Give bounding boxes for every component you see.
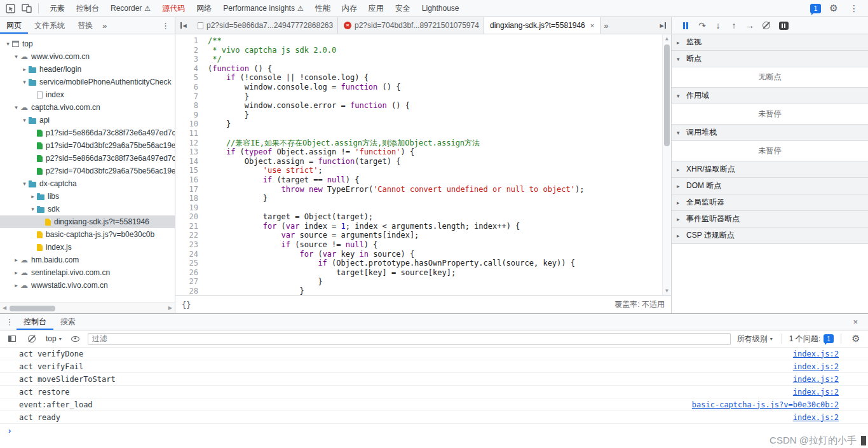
- console-source-link[interactable]: basic-captcha-js.js?v=b0e30c0b:2: [692, 400, 839, 409]
- scroll-up-arrow[interactable]: ▲: [665, 36, 668, 41]
- code-line[interactable]: Object.assign = function(target) {: [208, 157, 671, 166]
- line-number[interactable]: 4: [175, 64, 205, 74]
- file-tab-0[interactable]: p2?sid=5e866da7...24947772868263: [192, 17, 338, 34]
- code-line[interactable]: window.console.log = function () {: [208, 83, 671, 92]
- console-settings-gear-icon[interactable]: ⚙: [848, 331, 864, 346]
- tree-expander-icon[interactable]: ▸: [29, 193, 37, 200]
- top-tab-memory[interactable]: 内存: [336, 0, 363, 17]
- debugger-section-breakpoints[interactable]: ▾断点: [672, 51, 868, 67]
- line-number[interactable]: 23: [175, 240, 205, 250]
- line-number[interactable]: 26: [175, 268, 205, 278]
- file-tab-2[interactable]: dingxiang-sdk.js?t=5581946×: [484, 17, 600, 34]
- navigator-tab-page[interactable]: 网页: [0, 17, 28, 34]
- code-line[interactable]: * vivo captcha js sdk 2.0.0: [208, 46, 671, 55]
- top-tab-security[interactable]: 安全: [390, 0, 416, 17]
- code-line[interactable]: //兼容IE,如果不存在Object.assign方法,则添加Object.as…: [208, 139, 671, 148]
- more-file-tabs-icon[interactable]: »: [600, 21, 611, 31]
- line-number[interactable]: 19: [175, 203, 205, 213]
- console-source-link[interactable]: index.js:2: [793, 388, 839, 397]
- tree-item[interactable]: ▾api: [0, 114, 175, 126]
- console-source-link[interactable]: index.js:2: [793, 350, 839, 358]
- tree-item[interactable]: ▾service/mobilePhoneAuthenticityCheck: [0, 76, 175, 88]
- file-tab-1[interactable]: ×p2?sid=704bd3bf...89721501075974: [338, 17, 484, 34]
- scroll-down-arrow[interactable]: ▼: [665, 288, 668, 294]
- debugger-section-event-listener-breakpoints[interactable]: ▸事件监听器断点: [672, 211, 868, 227]
- line-number[interactable]: 21: [175, 222, 205, 231]
- line-number[interactable]: 8: [175, 101, 205, 111]
- tree-item[interactable]: p1?sid=704bd3bfc29a6a75be56ac19e: [0, 139, 175, 152]
- scrollbar-thumb[interactable]: [10, 306, 55, 311]
- top-tab-console[interactable]: 控制台: [71, 0, 105, 17]
- code-line[interactable]: [208, 203, 671, 213]
- code-line[interactable]: window.console.error = function () {: [208, 101, 671, 111]
- tree-item[interactable]: ▾sdk: [0, 203, 175, 215]
- inspect-element-icon[interactable]: [3, 1, 18, 16]
- drawer-tab-search[interactable]: 搜索: [53, 314, 83, 330]
- line-number[interactable]: 28: [175, 287, 205, 295]
- code-line[interactable]: target[key] = source[key];: [208, 268, 671, 278]
- line-number[interactable]: 10: [175, 119, 205, 129]
- line-number[interactable]: 22: [175, 231, 205, 240]
- scrollbar-thumb[interactable]: [664, 44, 670, 146]
- line-number[interactable]: 27: [175, 277, 205, 287]
- code-line[interactable]: target = Object(target);: [208, 212, 671, 222]
- navigator-kebab-icon[interactable]: ⋮: [161, 21, 175, 31]
- tree-expander-icon[interactable]: ▸: [12, 282, 20, 288]
- debugger-section-scope[interactable]: ▾作用域: [672, 88, 868, 104]
- navigator-more-tabs-icon[interactable]: »: [99, 21, 110, 31]
- code-line[interactable]: }: [208, 119, 671, 129]
- line-number[interactable]: 13: [175, 147, 205, 157]
- deactivate-breakpoints-icon[interactable]: [759, 18, 774, 33]
- code-line[interactable]: for (var index = 1; index < arguments.le…: [208, 222, 671, 231]
- line-number[interactable]: 24: [175, 250, 205, 259]
- console-source-link[interactable]: index.js:2: [793, 362, 839, 371]
- close-drawer-icon[interactable]: ×: [845, 317, 865, 327]
- console-source-link[interactable]: index.js:2: [793, 375, 839, 384]
- tree-expander-icon[interactable]: ▾: [20, 79, 29, 85]
- code-line[interactable]: }: [208, 287, 671, 295]
- top-tab-network[interactable]: 网络: [191, 0, 217, 17]
- tree-item[interactable]: ▸libs: [0, 190, 175, 203]
- console-prompt[interactable]: ›: [0, 424, 868, 437]
- code-line[interactable]: }: [208, 111, 671, 120]
- log-level-select[interactable]: 所有级别 ▾: [735, 334, 775, 344]
- pretty-print-button[interactable]: {}: [182, 301, 191, 309]
- tree-item[interactable]: dingxiang-sdk.js?t=5581946: [0, 215, 175, 228]
- debugger-section-watch[interactable]: ▸监视: [672, 34, 868, 51]
- line-number[interactable]: 11: [175, 129, 205, 139]
- top-tab-application[interactable]: 应用: [363, 0, 390, 17]
- code-line[interactable]: var source = arguments[index];: [208, 231, 671, 240]
- navigator-horizontal-scrollbar[interactable]: ◀ ▶: [0, 302, 175, 313]
- code-line[interactable]: (function () {: [208, 64, 671, 74]
- code-line[interactable]: */: [208, 55, 671, 64]
- tree-item[interactable]: index: [0, 88, 175, 101]
- javascript-context-select[interactable]: top ▾: [44, 334, 64, 343]
- device-toolbar-icon[interactable]: [19, 1, 34, 16]
- code-line[interactable]: 'use strict';: [208, 166, 671, 175]
- code-line[interactable]: }: [208, 92, 671, 102]
- step-icon[interactable]: →: [743, 18, 757, 33]
- code-line[interactable]: if (!console || !console.log) {: [208, 73, 671, 83]
- line-number[interactable]: 6: [175, 83, 205, 92]
- tree-item[interactable]: ▾☁captcha.vivo.com.cn: [0, 101, 175, 114]
- line-number[interactable]: 17: [175, 185, 205, 194]
- line-number[interactable]: 12: [175, 139, 205, 148]
- line-number[interactable]: 20: [175, 212, 205, 222]
- tree-item[interactable]: ▸☁hm.baidu.com: [0, 254, 175, 266]
- tree-expander-icon[interactable]: ▾: [20, 117, 29, 123]
- code-line[interactable]: if (target == null) {: [208, 175, 671, 185]
- live-expression-eye-icon[interactable]: [68, 331, 83, 346]
- line-number[interactable]: 14: [175, 157, 205, 166]
- tree-item[interactable]: ▸☁sentinelapi.vivo.com.cn: [0, 266, 175, 279]
- toggle-debugger-sidebar-icon[interactable]: ▶: [654, 17, 671, 34]
- navigator-tab-filesystem[interactable]: 文件系统: [28, 17, 71, 34]
- top-tab-recorder[interactable]: Recorder⚠: [105, 0, 156, 17]
- debugger-section-dom-breakpoints[interactable]: ▸DOM 断点: [672, 178, 868, 194]
- debugger-section-global-listeners[interactable]: ▸全局监听器: [672, 194, 868, 211]
- tree-item[interactable]: p2?sid=5e866da73c88f73e6a497ed7c5: [0, 152, 175, 165]
- tree-item[interactable]: ▾☁www.vivo.com.cn: [0, 50, 175, 63]
- drawer-tab-console[interactable]: 控制台: [17, 314, 53, 330]
- hide-navigator-icon[interactable]: ◀: [175, 17, 192, 34]
- line-number[interactable]: 7: [175, 92, 205, 102]
- tree-item[interactable]: p1?sid=5e866da73c88f73e6a497ed7c5: [0, 126, 175, 139]
